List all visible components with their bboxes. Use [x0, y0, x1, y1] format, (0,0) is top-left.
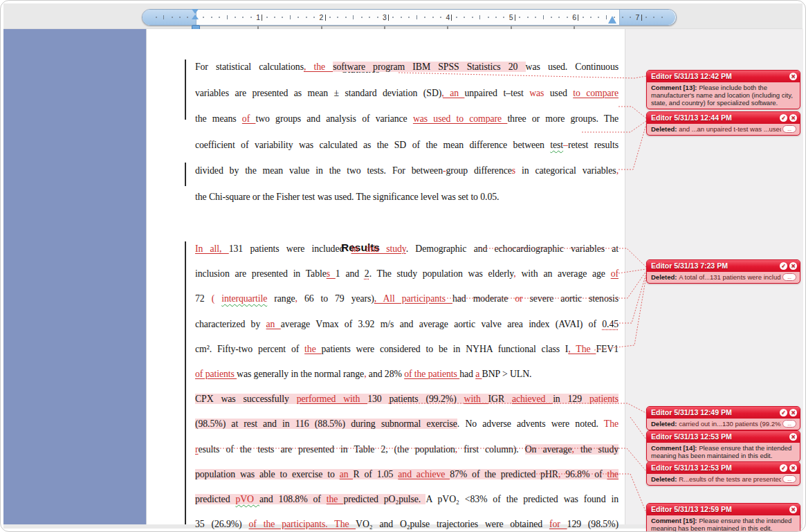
comment-author-time: Editor 5/31/13 7:23 PM [651, 261, 728, 271]
accept-change-button[interactable]: ✓ [780, 262, 787, 270]
text-segment: of the patients [404, 369, 459, 379]
text-segment: in 129 [553, 394, 589, 404]
ruler-dot [598, 17, 599, 18]
text-segment: the study [580, 444, 619, 455]
ruler-dot [203, 17, 204, 18]
text-segment: cm². Fifty-two percent of [195, 344, 304, 354]
text-segment: , The [568, 344, 596, 354]
deletion-bubble[interactable]: Editor 5/31/13 12:53 PM✓✕Deleted: R...es… [646, 461, 800, 486]
close-comment-button[interactable]: ✕ [789, 464, 797, 472]
overflow-ellipsis-button[interactable]: ... [782, 420, 796, 428]
text-segment: , the [304, 62, 333, 72]
doc-line: variables are presented as mean ± standa… [195, 87, 619, 100]
text-segment: 87% of the predicted pHR [450, 469, 558, 479]
comment-body: Comment [13]: Please include both the ma… [647, 82, 800, 109]
comment-label: Deleted: [651, 273, 679, 281]
first-line-indent-marker[interactable] [192, 9, 199, 14]
text-segment: for [549, 519, 567, 529]
text-segment: characterized by [195, 319, 266, 329]
doc-line: inclusion are presented in Tables 1 and … [195, 268, 619, 281]
ruler-number: 7 [636, 10, 640, 25]
close-comment-button[interactable]: ✕ [789, 506, 797, 513]
ruler-dot [456, 17, 457, 18]
comment-bubble[interactable]: Editor 5/31/13 12:59 PM✕Comment [15]: Pl… [646, 503, 800, 532]
text-segment: . No adverse advents were noted. [457, 419, 604, 429]
ruler-inch-tick [325, 15, 326, 21]
text-segment: severe aortic stenosis [530, 293, 619, 304]
text-segment: . Demographic and echocardiographic vari… [406, 244, 619, 254]
text-segment: unpaired t–test [464, 88, 529, 98]
comment-bubble[interactable]: Editor 5/31/13 12:53 PM✕Comment [14]: Pl… [646, 430, 800, 462]
doc-line: predicted pVO and 108.8% of the predicte… [195, 493, 619, 506]
close-comment-button[interactable]: ✕ [789, 262, 797, 270]
ruler-dot [219, 17, 220, 18]
text-segment: the [327, 494, 344, 504]
horizontal-ruler[interactable]: 1234567 [142, 9, 677, 26]
accept-change-button[interactable]: ✓ [780, 409, 787, 416]
hanging-indent-marker[interactable] [192, 15, 199, 19]
right-indent-marker[interactable] [608, 16, 616, 24]
ruler-half-tick [606, 15, 607, 19]
close-comment-button[interactable]: ✕ [789, 433, 797, 441]
app-window: 1234567 Statistics Results For statistic… [0, 0, 806, 532]
deletion-bubble[interactable]: Editor 5/31/13 12:44 PM✓✕Deleted: and ..… [646, 111, 800, 136]
ruler-dot [432, 17, 434, 18]
ruler-dot [282, 17, 283, 18]
ruler-dot [361, 17, 363, 18]
text-segment: an [266, 319, 281, 329]
text-segment: , [455, 444, 464, 455]
comment-label: Comment [13]: [651, 84, 699, 91]
text-segment: achieved [512, 394, 553, 404]
text-segment: 129 (98.5%) [567, 519, 619, 529]
ruler-dot [590, 17, 592, 18]
text-segment: was [529, 88, 550, 98]
ruler-number: 2 [320, 10, 324, 25]
doc-line: characterized by an average Vmax of 3.92… [195, 318, 619, 331]
ruler-inch-tick [578, 15, 578, 21]
ruler-dot [211, 17, 212, 18]
text-segment: , [295, 293, 304, 304]
text-segment: of [611, 268, 619, 279]
deletion-bubble[interactable]: Editor 5/31/13 7:23 PM✓✕Deleted: A total… [646, 259, 800, 284]
change-bar [185, 59, 186, 120]
doc-line: (98.5%) at rest and in 116 (88.5%) durin… [195, 418, 619, 431]
deletion-bubble[interactable]: Editor 5/31/13 12:49 PM✓✕Deleted: carrie… [646, 406, 800, 430]
ruler-dot [337, 17, 338, 18]
ruler-dot [424, 17, 425, 18]
ruler-number: 3 [383, 10, 387, 25]
text-segment: group difference [446, 165, 511, 176]
ruler-inch-tick [641, 15, 642, 21]
overflow-ellipsis-button[interactable]: ... [782, 475, 796, 483]
overflow-ellipsis-button[interactable]: ... [782, 273, 796, 281]
text-segment: 1 and [336, 268, 365, 279]
close-comment-button[interactable]: ✕ [789, 73, 797, 80]
text-segment: a [475, 369, 482, 379]
text-segment: predicted pO₂pulse. [343, 494, 425, 504]
text-segment: had [459, 369, 475, 379]
comment-header: Editor 5/31/13 12:49 PM✓✕ [647, 407, 800, 419]
text-segment: , [513, 268, 521, 279]
doc-line: In all, 131 patients were included in th… [195, 243, 619, 256]
overflow-ellipsis-button[interactable]: ... [782, 125, 796, 133]
ruler-dot [345, 17, 347, 18]
ruler-dot [306, 17, 307, 18]
text-segment: inclusion are presented in Table [195, 268, 327, 279]
doc-line: 35 (26.9%) of the participants. The VO₂ … [195, 518, 619, 531]
text-segment: 130 patients (99.2%) [367, 394, 464, 404]
ruler-dot [622, 17, 623, 18]
accept-change-button[interactable]: ✓ [780, 464, 787, 472]
text-segment: , an [441, 88, 464, 98]
close-comment-button[interactable]: ✕ [789, 114, 797, 122]
text-segment: s [327, 268, 336, 279]
text-segment: average Vmax of 3.92 m/s and average aor… [281, 319, 602, 329]
doc-line: population was able to exercise to an R … [195, 468, 619, 481]
close-comment-button[interactable]: ✕ [789, 409, 797, 416]
text-segment: in categorical variables [522, 165, 616, 176]
comment-bubble[interactable]: Editor 5/31/13 12:42 PM✕Comment [13]: Pl… [646, 70, 800, 109]
comment-text: and ...an unpaired t-test was ...used [679, 125, 781, 133]
doc-line: the means of two groups and analysis of … [195, 113, 619, 126]
accept-change-button[interactable]: ✓ [780, 114, 787, 122]
comment-text: A total of...131 patients were includ [679, 273, 780, 281]
text-segment: to compare [573, 88, 619, 98]
text-segment: an [340, 469, 354, 479]
